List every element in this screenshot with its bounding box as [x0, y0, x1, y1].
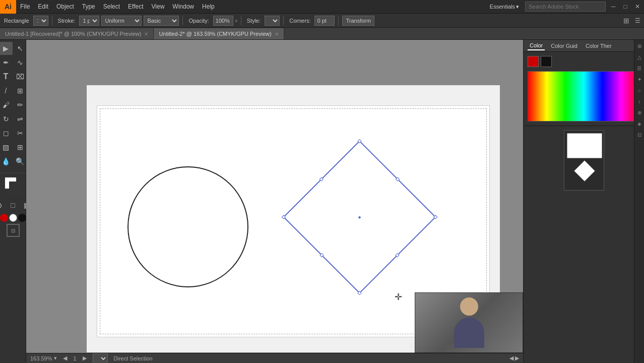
- menu-type[interactable]: Type: [78, 0, 99, 14]
- minimize-button[interactable]: ─: [609, 2, 618, 11]
- shape-builder-tool-icon[interactable]: ⊞: [14, 84, 27, 97]
- warp-tools: ◻ ✂: [0, 127, 27, 140]
- menu-bar: Ai File Edit Object Type Select Effect V…: [0, 0, 644, 14]
- center-handle[interactable]: [358, 215, 361, 218]
- artboard-icon[interactable]: ⊡: [7, 224, 20, 237]
- canvas-area[interactable]: ✛ 163.59% ▾ ◀ 1 ▶ Direct Selectio: [26, 40, 523, 363]
- handle-bottom[interactable]: [319, 253, 323, 257]
- line-tools: / ⊞: [0, 84, 27, 97]
- edge-btn-6[interactable]: ↕: [635, 97, 643, 105]
- fill-selector[interactable]: □: [33, 16, 48, 26]
- pen-tools: ✒ ∿: [0, 56, 27, 69]
- black-swatch-icon[interactable]: [18, 214, 26, 222]
- preview-area: [524, 126, 644, 195]
- red-swatch[interactable]: [528, 56, 539, 67]
- eraser-tool-icon[interactable]: ◻: [0, 127, 13, 140]
- edge-btn-5[interactable]: ○: [635, 86, 643, 94]
- style-selector[interactable]: [265, 16, 280, 26]
- handle-bottom-right[interactable]: [357, 290, 361, 294]
- type-tool-icon[interactable]: T: [0, 70, 13, 83]
- menu-object[interactable]: Object: [52, 0, 78, 14]
- handle-right[interactable]: [395, 253, 399, 257]
- essentials-button[interactable]: Essentials ▾: [487, 4, 522, 10]
- zoom-status[interactable]: 163.59% ▾: [30, 355, 57, 361]
- edge-btn-3[interactable]: ☰: [635, 64, 643, 72]
- stroke-width-selector[interactable]: 1 pt: [79, 16, 99, 26]
- panel-options-icon[interactable]: ☰: [633, 16, 642, 25]
- pen-tool-icon[interactable]: ✒: [0, 56, 13, 69]
- red-swatch-icon[interactable]: [0, 214, 8, 222]
- mesh-tool-icon[interactable]: ⊞: [14, 141, 27, 154]
- transform-button[interactable]: Transform: [342, 16, 374, 26]
- curvature-tool-icon[interactable]: ∿: [14, 56, 27, 69]
- selection-tool-icon[interactable]: ▶: [0, 42, 13, 55]
- blend-tools: 💧 🔍: [0, 155, 27, 168]
- svg-rect-0: [567, 133, 602, 158]
- shape-preview-panel: [564, 130, 604, 191]
- edge-btn-7[interactable]: ⊕: [635, 108, 643, 116]
- stroke-type-selector[interactable]: Uniform: [101, 16, 142, 26]
- rotate-tool-icon[interactable]: ↻: [0, 112, 13, 126]
- opacity-label: Opacity:: [186, 18, 211, 24]
- right-edge-panel: ⊞ △ ☰ ✦ ○ ↕ ⊕ ◈ ⊡: [634, 40, 644, 363]
- scissors-tool-icon[interactable]: ✂: [14, 127, 27, 140]
- stroke-style-selector[interactable]: Basic: [144, 16, 179, 26]
- touch-type-tool-icon[interactable]: ⌧: [14, 70, 27, 83]
- edge-btn-4[interactable]: ✦: [635, 75, 643, 83]
- edge-btn-9[interactable]: ⊡: [635, 131, 643, 139]
- menu-view[interactable]: View: [148, 0, 169, 14]
- color-theme-tab[interactable]: Color Ther: [584, 42, 614, 50]
- nav-prev[interactable]: ◀: [63, 355, 67, 361]
- fill-stroke-indicator[interactable]: [4, 176, 22, 195]
- handle-top[interactable]: [395, 176, 399, 180]
- color-icon[interactable]: □: [7, 199, 20, 212]
- opacity-input[interactable]: [213, 16, 233, 26]
- handle-top-left[interactable]: [357, 139, 361, 143]
- none-icon[interactable]: ⊘: [0, 199, 6, 212]
- color-tab[interactable]: Color: [528, 41, 545, 50]
- tab-close-2[interactable]: ✕: [275, 31, 279, 37]
- maximize-button[interactable]: □: [621, 2, 630, 11]
- eyedropper-tool-icon[interactable]: 💧: [0, 155, 13, 168]
- menu-select[interactable]: Select: [99, 0, 124, 14]
- menu-edit[interactable]: Edit: [34, 0, 52, 14]
- color-spectrum[interactable]: [528, 71, 640, 122]
- menu-window[interactable]: Window: [168, 0, 198, 14]
- search-input[interactable]: [525, 2, 606, 12]
- gradient-tool-icon[interactable]: ▨: [0, 141, 13, 154]
- stroke-swatch[interactable]: [9, 182, 22, 195]
- artboard-select[interactable]: [93, 353, 108, 364]
- tab-close-1[interactable]: ✕: [144, 31, 148, 37]
- menu-file[interactable]: File: [16, 0, 34, 14]
- handle-top-right[interactable]: [433, 215, 437, 219]
- direct-selection-tool-icon[interactable]: ↖: [14, 42, 27, 55]
- color-swatches: [528, 56, 640, 67]
- nav-arrows[interactable]: ◀ ▶: [509, 355, 519, 361]
- circle-shape[interactable]: [127, 166, 248, 287]
- app-logo: Ai: [0, 0, 16, 14]
- line-tool-icon[interactable]: /: [0, 84, 13, 97]
- nav-next[interactable]: ▶: [83, 355, 87, 361]
- opacity-arrow[interactable]: ›: [235, 17, 237, 24]
- tab-untitled-1[interactable]: Untitled-1 [Recovered]* @ 100% (CMYK/GPU…: [0, 28, 154, 39]
- align-icon[interactable]: ⊞: [622, 16, 631, 25]
- black-swatch[interactable]: [541, 56, 552, 67]
- white-swatch-icon[interactable]: [9, 214, 17, 222]
- edge-btn-1[interactable]: ⊞: [635, 42, 643, 50]
- tab-untitled-2[interactable]: Untitled-2* @ 163.59% (CMYK/GPU Preview)…: [154, 28, 284, 39]
- corners-input[interactable]: [314, 16, 335, 26]
- close-button[interactable]: ✕: [633, 2, 642, 11]
- handle-left[interactable]: [319, 176, 323, 180]
- color-guide-tab[interactable]: Color Guid: [549, 42, 579, 50]
- zoom-tool-icon[interactable]: 🔍: [14, 155, 27, 168]
- reflect-tool-icon[interactable]: ⇌: [14, 112, 27, 126]
- menu-effect[interactable]: Effect: [124, 0, 147, 14]
- menu-help[interactable]: Help: [198, 0, 219, 14]
- type-tools: T ⌧: [0, 70, 27, 83]
- handle-bottom-left[interactable]: [281, 215, 285, 219]
- edge-btn-8[interactable]: ◈: [635, 119, 643, 128]
- pencil-tool-icon[interactable]: ✏: [14, 98, 27, 111]
- edge-btn-2[interactable]: △: [635, 53, 643, 61]
- diamond-shape[interactable]: [283, 140, 436, 293]
- paintbrush-tool-icon[interactable]: 🖌: [0, 98, 13, 111]
